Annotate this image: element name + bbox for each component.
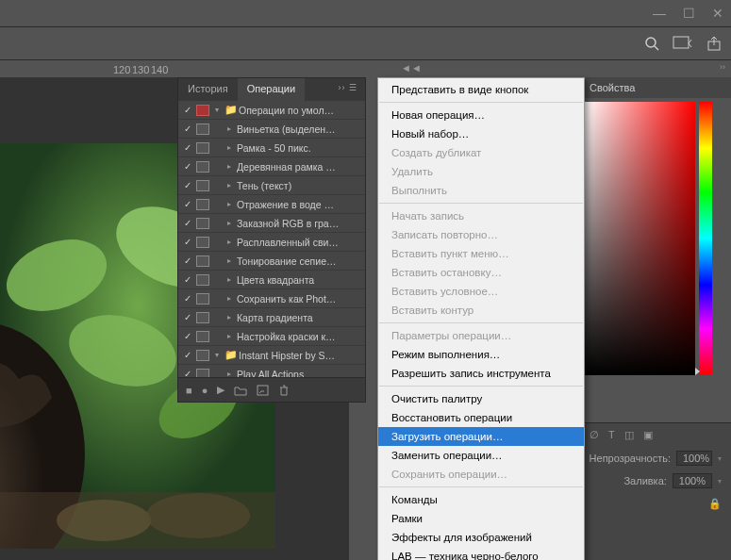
actions-panel: История Операции ›› ☰ ✓▾📁Операции по умо…: [177, 77, 366, 403]
properties-label: Свойства: [590, 82, 635, 93]
ruler-tick: 120: [113, 64, 130, 75]
search-icon[interactable]: [644, 36, 659, 51]
menu-insert-menu-item: Вставить пункт меню…: [378, 244, 584, 263]
svg-rect-14: [258, 386, 268, 395]
menu-image-effects[interactable]: Эффекты для изображений: [378, 528, 584, 547]
action-set-row[interactable]: ✓▾📁Операции по умол…: [178, 101, 365, 120]
menu-insert-conditional: Вставить условное…: [378, 282, 584, 301]
menu-separator: [379, 102, 583, 103]
svg-point-12: [57, 500, 151, 541]
opacity-label: Непрозрачность:: [590, 453, 671, 464]
menu-separator: [379, 486, 583, 487]
actions-flyout-menu: Представить в виде кнопок Новая операция…: [377, 77, 585, 560]
menu-delete: Удалить: [378, 162, 584, 181]
type-icon[interactable]: T: [608, 429, 615, 441]
share-icon[interactable]: [706, 36, 722, 51]
play-icon[interactable]: ▶: [217, 384, 224, 396]
layers-panel: ∅ T ◫ ▣ Непрозрачность: 100%▾ Заливка: 1…: [580, 422, 731, 560]
menu-save-actions: Сохранить операции…: [378, 465, 584, 484]
panel-collapse[interactable]: ◄◄: [391, 60, 731, 75]
menu-start-record: Начать запись: [378, 206, 584, 225]
svg-line-1: [655, 46, 658, 50]
action-row[interactable]: ✓▸Тонирование сепие…: [178, 252, 365, 271]
panel-menu-icon[interactable]: ›› ☰: [331, 78, 366, 101]
menu-separator: [379, 322, 583, 323]
color-hue-slider[interactable]: [699, 102, 712, 375]
trash-icon[interactable]: [278, 385, 290, 396]
tab-actions[interactable]: Операции: [238, 78, 305, 101]
menu-insert-stop: Вставить остановку…: [378, 263, 584, 282]
action-row[interactable]: ✓▸Цвета квадранта: [178, 271, 365, 289]
menu-play: Выполнить: [378, 181, 584, 200]
menu-new-action[interactable]: Новая операция…: [378, 106, 584, 124]
screen-mode-icon[interactable]: [673, 36, 693, 51]
action-row[interactable]: ✓▸Сохранить как Phot…: [178, 289, 365, 308]
menu-new-set[interactable]: Новый набор…: [378, 124, 584, 143]
menu-frames[interactable]: Рамки: [378, 509, 584, 528]
panel-tabs: История Операции ›› ☰: [178, 78, 365, 101]
svg-point-13: [146, 493, 250, 538]
close-button[interactable]: ✕: [712, 6, 723, 21]
action-row[interactable]: ✓▸Тень (текст): [178, 176, 365, 195]
svg-rect-2: [673, 37, 689, 48]
action-row[interactable]: ✓▸Play All Actions: [178, 365, 365, 377]
maximize-button[interactable]: ☐: [683, 6, 695, 21]
opacity-value[interactable]: 100%: [676, 451, 712, 466]
action-row[interactable]: ✓▸Заказной RGB в гра…: [178, 214, 365, 233]
fill-label: Заливка:: [623, 475, 666, 486]
action-row[interactable]: ✓▸Деревянная рамка …: [178, 157, 365, 176]
color-picker: [582, 102, 712, 375]
action-row[interactable]: ✓▸Виньетка (выделен…: [178, 120, 365, 139]
menu-replace-actions[interactable]: Заменить операции…: [378, 446, 584, 465]
new-action-icon[interactable]: [257, 385, 269, 396]
lock-icon[interactable]: 🔒: [708, 498, 722, 509]
tab-history[interactable]: История: [178, 78, 238, 101]
menu-button-mode[interactable]: Представить в виде кнопок: [378, 80, 584, 99]
dock-chevron-icon[interactable]: ››: [720, 62, 725, 72]
shape-icon[interactable]: ◫: [624, 429, 634, 441]
actions-list: ✓▾📁Операции по умол… ✓▸Виньетка (выделен…: [178, 101, 365, 377]
menu-commands[interactable]: Команды: [378, 490, 584, 509]
fill-value[interactable]: 100%: [673, 473, 712, 488]
action-row[interactable]: ✓▸Рамка - 50 пикс.: [178, 139, 365, 157]
svg-point-0: [646, 38, 656, 47]
action-row[interactable]: ✓▸Карта градиента: [178, 308, 365, 327]
action-row[interactable]: ✓▸Расплавленный сви…: [178, 233, 365, 252]
ruler-tick: 130: [132, 64, 149, 75]
properties-tab[interactable]: Свойства: [580, 77, 731, 98]
menu-record-again: Записать повторно…: [378, 225, 584, 244]
action-row[interactable]: ✓▸Настройка краски к…: [178, 327, 365, 346]
ruler-tick: 140: [151, 64, 168, 75]
minimize-button[interactable]: —: [653, 6, 666, 21]
stop-icon[interactable]: ■: [186, 385, 192, 396]
action-set-row[interactable]: ✓▾📁Instant Hipster by S…: [178, 346, 365, 365]
menu-playback-options[interactable]: Режим выполнения…: [378, 345, 584, 364]
menu-duplicate: Создать дубликат: [378, 143, 584, 162]
menu-action-options: Параметры операции…: [378, 326, 584, 345]
menu-reset-actions[interactable]: Восстановить операции: [378, 408, 584, 427]
menu-load-actions[interactable]: Загрузить операции…: [378, 427, 584, 446]
smart-icon[interactable]: ▣: [643, 429, 653, 441]
menu-separator: [379, 386, 583, 387]
record-icon[interactable]: ●: [202, 385, 208, 396]
menu-insert-path: Вставить контур: [378, 301, 584, 320]
action-row[interactable]: ✓▸Отражение в воде …: [178, 195, 365, 214]
options-bar: [0, 26, 731, 60]
actions-footer: ■ ● ▶: [178, 377, 365, 402]
collapse-icon: ◄◄: [401, 62, 422, 74]
menu-allow-tool-recording[interactable]: Разрешить запись инструмента: [378, 364, 584, 383]
new-set-icon[interactable]: [234, 385, 247, 396]
color-saturation-value[interactable]: [582, 102, 695, 375]
menu-separator: [379, 203, 583, 204]
menu-clear-actions[interactable]: Очистить палитру: [378, 389, 584, 408]
fx-icon[interactable]: ∅: [590, 429, 599, 441]
titlebar: — ☐ ✕: [0, 0, 731, 26]
menu-lab-bw[interactable]: LAB — техника черно-белого: [378, 547, 584, 560]
